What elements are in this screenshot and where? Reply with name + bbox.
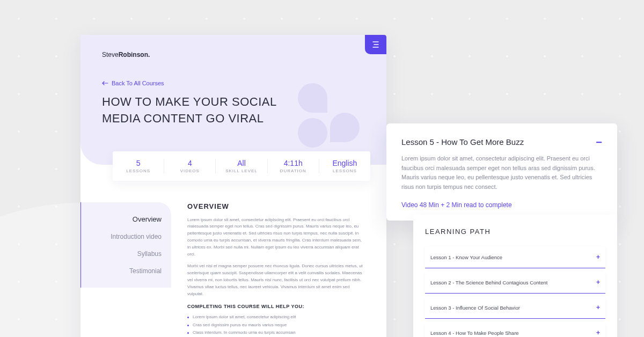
overview-para: Morbi vel nisl et magna semper posuere n… [187,263,365,297]
lesson5-desc: Lorem ipsum dolor sit amet, consectetur … [401,154,602,192]
overview-list: Lorem ipsum dolor sit amet, consectetur … [187,313,365,337]
menu-icon [371,41,380,48]
decor-shape [330,113,360,142]
stat-value: English [319,159,370,167]
overview-heading: OVERVIEW [187,202,365,210]
brand-last: Robinson. [119,51,150,58]
overview-section: OVERVIEW Lorem ipsum dolor sit amet, con… [187,202,370,337]
stat-videos: 4 VIDEOS [164,159,216,173]
list-item: Lorem ipsum dolor sit amet, consectetur … [187,313,365,321]
back-link[interactable]: Back To All Courses [102,80,365,86]
decor-shape [298,118,327,148]
sidenav-item-testimonial[interactable]: Testimonial [86,267,162,275]
lesson-expanded-card: Lesson 5 - How To Get More Buzz − Lorem … [386,123,617,221]
stat-skill: All SKILL LEVEL [216,159,267,173]
side-nav: Overview Introduction video Syllabus Tes… [80,202,171,288]
plus-icon: + [596,329,600,336]
course-title: HOW TO MAKE YOUR SOCIAL MEDIA CONTENT GO… [102,94,295,127]
overview-para: Lorem ipsum dolor sit amet, consectetur … [187,217,365,258]
sidenav-item-intro[interactable]: Introduction video [86,233,162,240]
stat-value: 4:11h [268,159,319,167]
learning-path-heading: LEARNING PATH [425,228,605,236]
plus-icon: + [596,304,600,311]
stat-language: English LESSONS [319,159,370,173]
lesson-label: Lesson 4 - How To Make People Share [430,330,519,336]
back-label: Back To All Courses [112,80,164,86]
stat-value: All [216,159,267,167]
lesson-label: Lesson 1 - Know Your Audience [430,254,502,260]
stat-value: 5 [113,159,164,167]
plus-icon: + [596,279,600,286]
minus-icon: − [596,136,602,148]
learning-path-item[interactable]: Lesson 2 - The Science Behind Contagious… [425,272,605,294]
collapse-button[interactable]: − [596,140,602,145]
learning-path-item[interactable]: Lesson 1 - Know Your Audience + [425,246,605,268]
learning-path-panel: LEARNING PATH Lesson 1 - Know Your Audie… [413,215,617,337]
learning-path-item[interactable]: Lesson 3 - Influence Of Social Behavior … [425,297,605,319]
menu-button[interactable] [365,35,386,54]
brand-logo[interactable]: SteveRobinson. [102,51,150,58]
overview-subheading: COMPLETING THIS COURSE WILL HELP YOU: [187,304,365,309]
hero-section: SteveRobinson. Back To All Courses HOW T… [80,35,386,165]
stat-label: DURATION [268,169,319,173]
stat-duration: 4:11h DURATION [268,159,319,173]
stat-label: SKILL LEVEL [216,169,267,173]
arrow-left-icon [102,81,108,85]
sidenav-item-overview[interactable]: Overview [86,215,162,223]
stat-label: LESSONS [113,169,164,173]
stat-lessons: 5 LESSONS [113,159,164,173]
decor-shape [298,83,327,113]
learning-path-item[interactable]: Lesson 4 - How To Make People Share + [425,322,605,337]
lesson5-meta: Video 48 Min + 2 Min read to complete [401,201,602,209]
sidenav-item-syllabus[interactable]: Syllabus [86,250,162,258]
stat-value: 4 [164,159,215,167]
stats-bar: 5 LESSONS 4 VIDEOS All SKILL LEVEL 4:11h… [113,151,370,181]
lesson5-title: Lesson 5 - How To Get More Buzz [401,137,524,146]
plus-icon: + [596,253,600,261]
course-card: SteveRobinson. Back To All Courses HOW T… [80,35,386,337]
stat-label: VIDEOS [164,169,215,173]
brand-first: Steve [102,51,119,58]
list-item: Class interdum. In commodo urna eu turpi… [187,329,365,336]
list-item: Cras sed dignissim purus eu mauris variu… [187,321,365,329]
stat-label: LESSONS [319,169,370,173]
lesson-label: Lesson 3 - Influence Of Social Behavior [430,305,520,311]
lesson-label: Lesson 2 - The Science Behind Contagious… [430,280,547,285]
